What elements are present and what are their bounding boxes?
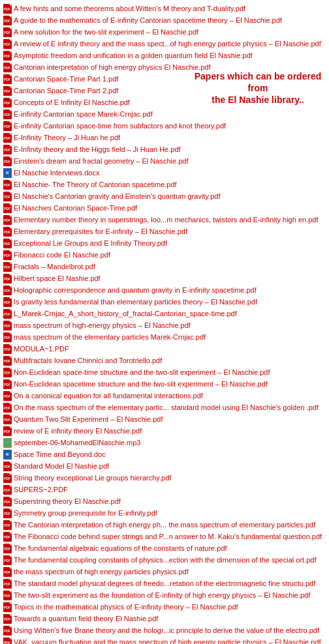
pdf-icon: PDF	[3, 227, 12, 237]
list-item[interactable]: PDFA guide to the mathematics of E-infin…	[1, 14, 328, 26]
file-name: Cantorian interpretation of high energy …	[14, 63, 326, 72]
pdf-icon: PDF	[3, 156, 12, 166]
list-item[interactable]: PDFA few hints and some theorems about W…	[1, 3, 328, 14]
pdf-icon: PDF	[3, 203, 12, 213]
file-name: The fundamental coupling constants of ph…	[14, 555, 326, 564]
file-name: SUPERS~2.PDF	[14, 485, 326, 494]
file-name: Non-Euclidean spacetime structure and th…	[14, 379, 326, 388]
main-container: Papers which can be ordered from the El …	[0, 0, 329, 644]
file-name: Holographic correspondence and quantum g…	[14, 285, 326, 295]
list-item[interactable]: PDFCantorian interpretation of high ener…	[1, 61, 328, 73]
list-item[interactable]: PDFFractals – Mandelbrot.pdf	[1, 261, 328, 272]
file-name: The two-slit experiment as the foundatio…	[14, 591, 326, 600]
list-item[interactable]: ♪september-06-MohamedElNaschie.mp3	[1, 437, 328, 448]
list-item[interactable]: PDFTowards a quantum field theory El Nas…	[1, 613, 328, 624]
file-name: Elementary number theory in superstrings…	[14, 215, 326, 224]
list-item[interactable]: PDFL_Marek-Crnjac_A_short_history_of_fra…	[1, 308, 328, 319]
list-item[interactable]: PDFIs gravity less fundamental than elem…	[1, 296, 328, 308]
pdf-icon: PDF	[3, 145, 12, 154]
pdf-icon: PDF	[3, 74, 12, 84]
file-name: mass spectrum of high-energy physics – E…	[14, 321, 326, 330]
list-item[interactable]: PDFVAK, vacuum fluctuation and the mass …	[1, 636, 328, 644]
list-item[interactable]: PDFE-Infinity theory and the Higgs field…	[1, 143, 328, 155]
list-item[interactable]: PDFThe fundamental coupling constants of…	[1, 554, 328, 566]
list-item[interactable]: WSpace Time and Beyond.doc	[1, 448, 328, 460]
list-item[interactable]: PDFSymmetry group prerequisite for E-inf…	[1, 507, 328, 519]
file-name: Cantorian Space-Time Part 2.pdf	[14, 86, 326, 95]
pdf-icon: PDF	[3, 192, 12, 201]
pdf-icon: PDF	[3, 579, 12, 589]
list-item[interactable]: PDFThe two-slit experiment as the founda…	[1, 589, 328, 601]
list-item[interactable]: PDFThe Fibonacci code behind super strin…	[1, 531, 328, 542]
list-item[interactable]: PDFSUPERS~2.PDF	[1, 484, 328, 495]
list-item[interactable]: PDFThe fundamental algebraic equations o…	[1, 542, 328, 554]
list-item[interactable]: PDFThe Cantorian interpretation of high …	[1, 519, 328, 531]
list-item[interactable]: PDFFibonacci code El Naschie.pdf	[1, 249, 328, 261]
pdf-icon: PDF	[3, 591, 12, 600]
list-item[interactable]: PDFConcepts of E Infinity El Naschie.pdf	[1, 96, 328, 108]
list-item[interactable]: PDFreview of E infinity theory El Naschi…	[1, 425, 328, 437]
list-item[interactable]: PDFE-infinity Cantorian space Marek-Crnj…	[1, 108, 328, 120]
list-item[interactable]: WEl Naschie Interviews.docx	[1, 167, 328, 179]
list-item[interactable]: PDFOn a canonical equation for all funda…	[1, 390, 328, 402]
list-item[interactable]: PDFmass spectrum of high-energy physics …	[1, 319, 328, 331]
pdf-icon: PDF	[3, 309, 12, 319]
list-item[interactable]: PDFEl Naschie's Cantorian gravity and Ei…	[1, 190, 328, 202]
list-item[interactable]: PDFExceptional Lie Groups and E Infinity…	[1, 237, 328, 249]
list-item[interactable]: PDFHilbert space El Nashie.pdf	[1, 272, 328, 284]
list-item[interactable]: PDFHolographic correspondence and quantu…	[1, 284, 328, 296]
list-item[interactable]: PDFSuperstring theory El Naschie.pdf	[1, 495, 328, 507]
file-name: On the mass spectrum of the elementary p…	[14, 403, 326, 412]
file-name: Topics in the mathematical physics of E-…	[14, 602, 326, 611]
file-name: the mass spectrum of high energy particl…	[14, 567, 326, 576]
file-name: The Cantorian interpretation of high ene…	[14, 520, 326, 529]
pdf-icon: PDF	[3, 415, 12, 424]
mp3-icon: ♪	[3, 438, 12, 448]
file-name: MODULA~1.PDF	[14, 344, 326, 353]
file-name: El Naschie's Cantorian gravity and Einst…	[14, 192, 326, 201]
list-item[interactable]: PDFAsymptotic freedom and unification in…	[1, 50, 328, 61]
list-item[interactable]: PDFEl Naschie- The Theory of Cantorian s…	[1, 179, 328, 190]
file-name: A guide to the mathematics of E-infinity…	[14, 16, 326, 25]
pdf-icon: PDF	[3, 497, 12, 506]
list-item[interactable]: PDFmass spectrum of the elementary parti…	[1, 331, 328, 343]
list-item[interactable]: PDFE-infinity Cantorian space-time from …	[1, 120, 328, 132]
pdf-icon: PDF	[3, 508, 12, 518]
file-name: A new solution for the two-slit experime…	[14, 27, 326, 37]
list-item[interactable]: PDFMODULA~1.PDF	[1, 343, 328, 355]
file-name: Quantum Two Slit Experiment – El Naschie…	[14, 415, 326, 424]
list-item[interactable]: PDFString theory exceptional Lie groups …	[1, 472, 328, 484]
list-item[interactable]: PDFA new solution for the two-slit exper…	[1, 26, 328, 38]
list-item[interactable]: PDFMultifractals Iovane Chinnici and Tor…	[1, 355, 328, 366]
list-item[interactable]: PDFCantorian Space-Time Part 1.pdf	[1, 73, 328, 85]
pdf-icon: PDF	[3, 110, 12, 119]
pdf-icon: PDF	[3, 63, 12, 72]
list-item[interactable]: PDFEl Naschies Cantorian Space-Time.pdf	[1, 202, 328, 214]
list-item[interactable]: PDFNon-Euclidean space-time structure an…	[1, 366, 328, 378]
list-item[interactable]: PDFQuantum Two Slit Experiment – El Nasc…	[1, 413, 328, 425]
list-item[interactable]: PDFthe mass spectrum of high energy part…	[1, 566, 328, 578]
pdf-icon: PDF	[3, 602, 12, 612]
list-item[interactable]: PDFTopics in the mathematical physics of…	[1, 601, 328, 613]
pdf-icon: PDF	[3, 27, 12, 37]
list-item[interactable]: PDFEinstein's dream and fractal geometry…	[1, 155, 328, 167]
list-item[interactable]: PDFE-Infinity Theory – Ji Huan he.pdf	[1, 132, 328, 143]
list-item[interactable]: PDFCantorian Space-Time Part 2.pdf	[1, 85, 328, 96]
file-name: Non-Euclidean space-time structure and t…	[14, 368, 326, 377]
pdf-icon: PDF	[3, 555, 12, 565]
list-item[interactable]: PDFOn the mass spectrum of the elementar…	[1, 402, 328, 413]
file-name: El Naschies Cantorian Space-Time.pdf	[14, 203, 326, 212]
list-item[interactable]: PDFElementary number theory in superstri…	[1, 214, 328, 226]
file-name: Exceptional Lie Groups and E Infinity Th…	[14, 239, 326, 248]
pdf-icon: PDF	[3, 368, 12, 377]
list-item[interactable]: PDFUsing Witten's five Brane theory and …	[1, 624, 328, 636]
file-name: mass spectrum of the elementary particle…	[14, 332, 326, 342]
list-item[interactable]: PDFStandard Model El Nashie.pdf	[1, 460, 328, 472]
list-item[interactable]: PDFThe standard model physical degrees o…	[1, 578, 328, 589]
list-item[interactable]: PDFNon-Euclidean spacetime structure and…	[1, 378, 328, 390]
file-name: Is gravity less fundamental than element…	[14, 297, 326, 306]
pdf-icon: PDF	[3, 485, 12, 495]
pdf-icon: PDF	[3, 16, 12, 25]
list-item[interactable]: PDFA review of E infinity theory and the…	[1, 38, 328, 50]
list-item[interactable]: PDFElementary prerequisites for E-infini…	[1, 226, 328, 237]
